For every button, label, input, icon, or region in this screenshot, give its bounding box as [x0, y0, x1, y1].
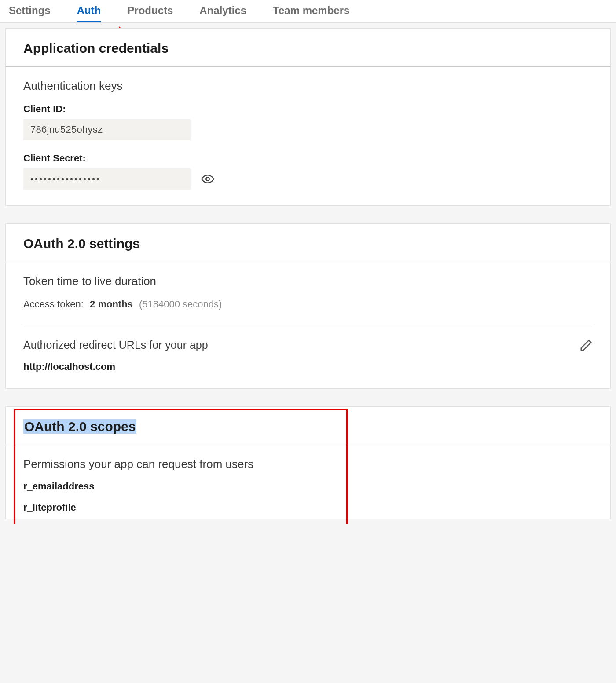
- tab-auth[interactable]: Auth: [77, 0, 101, 22]
- tab-bar: Settings Auth Products Analytics Team me…: [0, 0, 616, 23]
- tab-settings[interactable]: Settings: [9, 0, 51, 22]
- tab-team-members[interactable]: Team members: [273, 0, 349, 22]
- tab-products[interactable]: Products: [127, 0, 173, 22]
- client-secret-value[interactable]: ••••••••••••••••: [23, 168, 191, 190]
- svg-point-2: [206, 177, 209, 181]
- edit-redirect-urls-button[interactable]: [579, 339, 593, 352]
- card-oauth-settings: OAuth 2.0 settings Token time to live du…: [5, 223, 611, 389]
- card-title-oauth-scopes: OAuth 2.0 scopes: [23, 419, 593, 434]
- token-ttl-heading: Token time to live duration: [23, 274, 593, 288]
- tab-analytics[interactable]: Analytics: [199, 0, 246, 22]
- eye-icon: [201, 172, 214, 186]
- access-token-line: Access token: 2 months (5184000 seconds): [23, 299, 593, 310]
- scope-item: r_emailaddress: [23, 481, 593, 492]
- access-token-value: 2 months: [90, 299, 133, 310]
- client-id-value[interactable]: 786jnu525ohysz: [23, 119, 191, 140]
- reveal-secret-button[interactable]: [201, 172, 214, 186]
- access-token-seconds: (5184000 seconds): [139, 299, 222, 310]
- auth-keys-heading: Authentication keys: [23, 79, 593, 93]
- client-id-label: Client ID:: [23, 103, 593, 115]
- card-title-oauth-settings: OAuth 2.0 settings: [23, 236, 593, 251]
- divider: [23, 326, 593, 326]
- card-app-credentials: Application credentials Authentication k…: [5, 28, 611, 206]
- redirect-url-value: http://localhost.com: [23, 361, 208, 373]
- redirect-urls-heading: Authorized redirect URLs for your app: [23, 339, 208, 351]
- scope-item: r_liteprofile: [23, 502, 593, 513]
- pencil-icon: [579, 339, 593, 352]
- card-oauth-scopes: OAuth 2.0 scopes Permissions your app ca…: [5, 406, 611, 519]
- access-token-label: Access token:: [23, 299, 84, 310]
- card-title-app-credentials: Application credentials: [23, 41, 593, 56]
- client-secret-label: Client Secret:: [23, 153, 593, 164]
- scopes-subheading: Permissions your app can request from us…: [23, 457, 593, 471]
